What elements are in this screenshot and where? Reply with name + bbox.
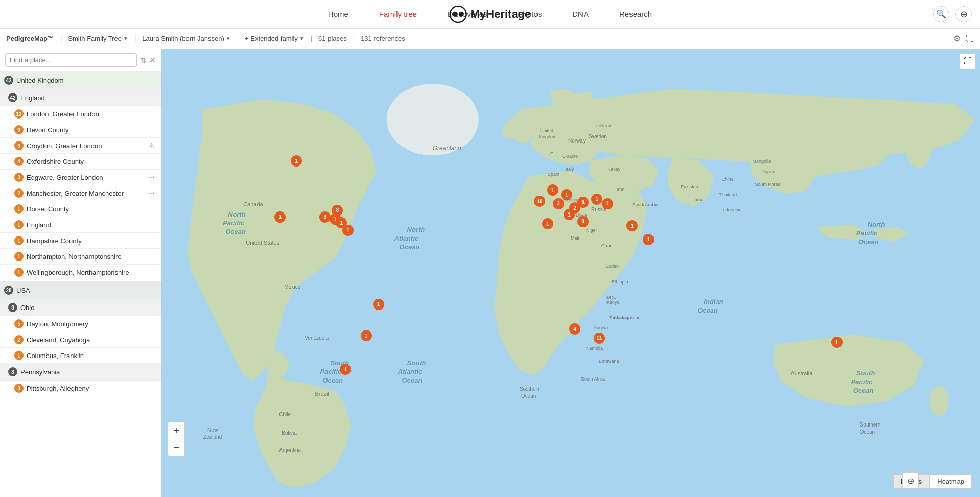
city-item-manchester[interactable]: 2 Manchester, Greater Manchester ···· [0, 185, 161, 201]
croydon-badge: 6 [14, 141, 24, 150]
search-header-button[interactable]: 🔍 [933, 6, 949, 22]
zoom-in-button[interactable]: + [168, 422, 184, 439]
svg-text:Australia: Australia [791, 370, 813, 376]
city-item-london[interactable]: 13 London, Greater London [0, 106, 161, 122]
city-item-england[interactable]: 1 England [0, 217, 161, 233]
pittsburgh-label: Pittsburgh, Allegheny [27, 385, 155, 392]
svg-text:Thailand: Thailand [719, 192, 737, 197]
svg-text:Canada: Canada [243, 201, 263, 207]
fullscreen-button[interactable]: ⛶ [966, 34, 974, 43]
search-clear-button[interactable]: ✕ [149, 55, 156, 65]
state-item-england[interactable]: 42 England [0, 89, 161, 106]
city-item-dayton[interactable]: 5 Dayton, Montgomery [0, 316, 161, 332]
svg-text:Pacific: Pacific [856, 229, 878, 237]
svg-text:Turkey: Turkey [606, 167, 621, 172]
marker-us-se[interactable]: 1 [342, 225, 354, 236]
city-item-cleveland[interactable]: 2 Cleveland, Cuyahoga [0, 332, 161, 348]
marker-uk[interactable]: 10 [534, 196, 545, 207]
zoom-out-button[interactable]: − [168, 439, 184, 456]
marker-africa-s[interactable]: 11 [594, 333, 605, 344]
nav-home[interactable]: Home [328, 10, 348, 18]
city-item-northampton[interactable]: 1 Northampton, Northamptonshire [0, 249, 161, 265]
add-button[interactable]: ⊕ [955, 6, 972, 22]
marker-pl[interactable]: 1 [591, 194, 602, 205]
svg-text:Ocean: Ocean [225, 228, 246, 235]
manchester-badge: 2 [14, 188, 24, 198]
state-item-pennsylvania[interactable]: 8 Pennsylvania [0, 364, 161, 381]
marker-es[interactable]: 1 [542, 218, 553, 229]
marker-it[interactable]: 1 [577, 216, 589, 227]
city-item-devon[interactable]: 9 Devon County [0, 122, 161, 138]
city-item-croydon[interactable]: 6 Croydon, Greater London ⚠ [0, 138, 161, 154]
heatmap-tab[interactable]: Heatmap [929, 474, 972, 489]
filter-button[interactable]: ⚙ [953, 34, 961, 43]
svg-text:Pacific: Pacific [851, 378, 873, 386]
svg-text:Pacific: Pacific [320, 368, 342, 375]
city-item-pittsburgh[interactable]: 3 Pittsburgh, Allegheny [0, 381, 161, 396]
marker-uk4[interactable]: 1 [561, 189, 572, 200]
marker-fr[interactable]: 1 [564, 209, 575, 220]
search-bar: ⇅ ✕ [0, 49, 161, 72]
marker-canada[interactable]: 1 [291, 155, 302, 167]
city-item-edgware[interactable]: 3 Edgware, Greater London ···· [0, 170, 161, 185]
marker-turkey[interactable]: 1 [626, 220, 638, 231]
marker-sa-s[interactable]: 1 [340, 364, 351, 375]
svg-text:North: North [228, 210, 246, 218]
map-fullscreen-button[interactable]: ⛶ [960, 53, 976, 69]
svg-text:Niger: Niger [586, 228, 597, 233]
city-item-dorset[interactable]: 1 Dorset County [0, 201, 161, 217]
marker-uk2[interactable]: 1 [547, 184, 558, 196]
marker-australia[interactable]: 1 [831, 337, 843, 348]
country-item-usa[interactable]: 28 USA [0, 281, 161, 299]
svg-text:United States: United States [246, 240, 280, 246]
svg-text:Ocean: Ocean [402, 376, 423, 384]
svg-text:Japan: Japan [762, 169, 775, 174]
edgware-label: Edgware, Greater London [27, 174, 144, 181]
pedigree-map-label: PedigreeMap™ [6, 35, 54, 42]
marker-us-west[interactable]: 1 [274, 211, 286, 223]
map-background[interactable]: North Pacific Ocean North Atlantic Ocean… [161, 49, 980, 497]
header: MyHeritage Home Family tree Discoveries … [0, 0, 980, 29]
marker-ua[interactable]: 1 [602, 198, 613, 209]
svg-point-8 [930, 386, 948, 416]
columbus-badge: 1 [14, 351, 24, 360]
northampton-badge: 1 [14, 252, 24, 261]
locate-button[interactable]: ⊕ [902, 472, 919, 489]
marker-iraq[interactable]: 1 [643, 234, 654, 245]
svg-text:Namibia: Namibia [586, 346, 603, 351]
northampton-label: Northampton, Northamptonshire [27, 253, 155, 261]
city-item-hampshire[interactable]: 1 Hampshire County [0, 233, 161, 249]
svg-text:Ocean: Ocean [521, 393, 536, 399]
person-selector[interactable]: Laura Smith (born Janssen) ▼ [142, 35, 230, 42]
state-item-ohio[interactable]: 8 Ohio [0, 299, 161, 316]
svg-text:Italy: Italy [566, 167, 574, 172]
marker-us-mid1[interactable]: 3 [319, 211, 331, 223]
references-count: 131 references [361, 35, 405, 42]
nav-family-tree[interactable]: Family tree [379, 10, 417, 18]
city-item-columbus[interactable]: 1 Columbus, Franklin [0, 348, 161, 364]
manchester-label: Manchester, Greater Manchester [27, 190, 144, 197]
svg-point-0 [450, 6, 466, 22]
svg-text:Angola: Angola [594, 325, 608, 330]
london-label: London, Greater London [27, 110, 155, 118]
marker-uk3[interactable]: 3 [553, 198, 564, 209]
svg-text:Indonesia: Indonesia [721, 207, 741, 212]
nav-dna[interactable]: DNA [572, 10, 589, 18]
svg-text:Atlantic: Atlantic [398, 368, 423, 375]
nav-research[interactable]: Research [619, 10, 652, 18]
city-item-wellingborough[interactable]: 1 Wellingborough, Northamptonshire [0, 265, 161, 280]
marker-de[interactable]: 1 [577, 197, 589, 208]
marker-brazil-s[interactable]: 1 [361, 330, 372, 341]
search-arrows-button[interactable]: ⇅ [140, 56, 146, 64]
devon-badge: 9 [14, 125, 24, 134]
country-item-uk[interactable]: 42 United Kingdom [0, 72, 161, 89]
hampshire-badge: 1 [14, 236, 24, 245]
marker-brazil-n[interactable]: 1 [373, 299, 384, 310]
extended-family-selector[interactable]: + Extended family ▼ [245, 35, 305, 42]
svg-text:Zealand: Zealand [203, 434, 222, 440]
tree-selector[interactable]: Smith Family Tree ▼ [68, 35, 128, 42]
svg-text:Sudan: Sudan [605, 264, 619, 269]
city-item-oxfordshire[interactable]: 4 Oxfordshire County [0, 154, 161, 170]
marker-africa-sw[interactable]: 4 [569, 323, 580, 335]
search-input[interactable] [5, 53, 137, 67]
